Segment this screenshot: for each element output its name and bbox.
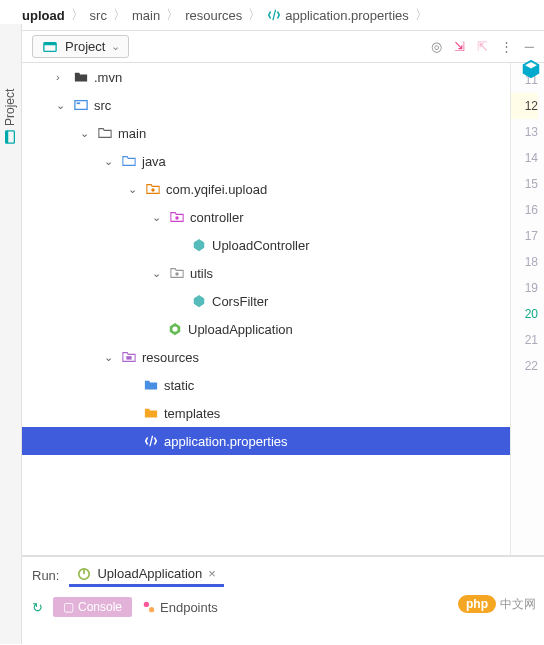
spring-boot-icon — [77, 567, 91, 581]
package-icon — [169, 266, 185, 280]
crumb-root[interactable]: upload — [22, 8, 65, 23]
collapse-icon[interactable]: ⇲ — [454, 39, 465, 54]
run-label: Run: — [32, 568, 59, 583]
resources-folder-icon — [121, 350, 137, 364]
close-icon[interactable]: × — [208, 566, 216, 581]
svg-point-7 — [175, 216, 179, 220]
project-label: Project — [65, 39, 105, 54]
chevron-right-icon: 〉 — [113, 6, 126, 24]
code-file-icon — [267, 8, 281, 22]
expand-icon[interactable]: ⇱ — [477, 39, 488, 54]
svg-point-9 — [172, 326, 177, 331]
line-number[interactable]: 17 — [511, 223, 538, 249]
tree-node-resources[interactable]: ⌄ resources — [22, 343, 510, 371]
tree-leaf-appproperties[interactable]: application.properties — [22, 427, 510, 455]
php-logo: php — [458, 595, 496, 613]
line-number[interactable]: 18 — [511, 249, 538, 275]
svg-rect-1 — [6, 131, 9, 143]
chevron-right-icon: 〉 — [71, 6, 84, 24]
class-icon — [191, 294, 207, 308]
crumb-file[interactable]: application.properties — [267, 8, 409, 23]
cn-text: 中文网 — [500, 596, 536, 613]
svg-rect-4 — [75, 101, 87, 110]
chevron-down-icon: ⌄ — [152, 267, 164, 280]
chevron-right-icon: 〉 — [415, 6, 428, 24]
chevron-down-icon: ⌄ — [56, 99, 68, 112]
chevron-down-icon: ⌄ — [104, 155, 116, 168]
project-icon — [3, 130, 17, 144]
chevron-down-icon: ⌄ — [104, 351, 116, 364]
line-number[interactable]: 15 — [511, 171, 538, 197]
endpoints-icon — [142, 600, 156, 614]
minimize-icon[interactable]: ─ — [525, 39, 534, 54]
chevron-right-icon: › — [56, 71, 68, 83]
tree-node-src[interactable]: ⌄ src — [22, 91, 510, 119]
tree-leaf-static[interactable]: static — [22, 371, 510, 399]
run-tab-app[interactable]: UploadApplication × — [69, 563, 223, 587]
target-icon[interactable]: ◎ — [431, 39, 442, 54]
line-number[interactable]: 21 — [511, 327, 538, 353]
chevron-down-icon: ⌄ — [128, 183, 140, 196]
class-icon — [191, 238, 207, 252]
package-icon — [169, 210, 185, 224]
svg-rect-10 — [126, 356, 131, 360]
spring-boot-icon — [167, 322, 183, 336]
endpoints-tab[interactable]: Endpoints — [142, 600, 218, 615]
line-number[interactable]: 19 — [511, 275, 538, 301]
line-number[interactable]: 12 — [511, 93, 538, 119]
line-number[interactable]: 13 — [511, 119, 538, 145]
line-number[interactable]: 20 — [511, 301, 538, 327]
svg-rect-5 — [77, 102, 81, 104]
more-icon[interactable]: ⋮ — [500, 39, 513, 54]
crumb-resources[interactable]: resources — [185, 8, 242, 23]
console-icon: ▢ — [63, 600, 74, 614]
svg-rect-3 — [44, 42, 56, 45]
code-file-icon — [143, 434, 159, 448]
chevron-right-icon: 〉 — [166, 6, 179, 24]
side-rail: Project — [0, 24, 22, 644]
breadcrumb[interactable]: upload 〉 src 〉 main 〉 resources 〉 applic… — [0, 0, 544, 30]
rerun-icon[interactable]: ↻ — [32, 600, 43, 615]
cube-icon[interactable] — [520, 58, 542, 80]
line-number[interactable]: 16 — [511, 197, 538, 223]
chevron-down-icon: ⌄ — [111, 40, 120, 53]
module-icon — [73, 98, 89, 112]
chevron-right-icon: 〉 — [248, 6, 261, 24]
project-toolbar: Project ⌄ ◎ ⇲ ⇱ ⋮ ─ — [22, 30, 544, 63]
chevron-down-icon: ⌄ — [152, 211, 164, 224]
svg-point-14 — [149, 607, 154, 612]
svg-point-13 — [144, 602, 149, 607]
project-tree[interactable]: › .mvn ⌄ src ⌄ main ⌄ java ⌄ com.yqifei.… — [22, 63, 510, 555]
tree-node-java[interactable]: ⌄ java — [22, 147, 510, 175]
tree-node-mvn[interactable]: › .mvn — [22, 63, 510, 91]
tree-node-controller[interactable]: ⌄ controller — [22, 203, 510, 231]
tree-leaf-corsfilter[interactable]: CorsFilter — [22, 287, 510, 315]
tree-leaf-uploadapplication[interactable]: UploadApplication — [22, 315, 510, 343]
tree-node-package[interactable]: ⌄ com.yqifei.upload — [22, 175, 510, 203]
chevron-down-icon: ⌄ — [80, 127, 92, 140]
tree-leaf-templates[interactable]: templates — [22, 399, 510, 427]
static-folder-icon — [143, 378, 159, 392]
templates-folder-icon — [143, 406, 159, 420]
crumb-src[interactable]: src — [90, 8, 107, 23]
source-folder-icon — [121, 154, 137, 168]
project-view-selector[interactable]: Project ⌄ — [32, 35, 129, 58]
watermark-badge: php 中文网 — [458, 595, 536, 613]
side-rail-project[interactable]: Project — [3, 89, 17, 144]
line-number[interactable]: 22 — [511, 353, 538, 379]
project-icon — [41, 40, 59, 54]
folder-icon — [73, 70, 89, 84]
package-icon — [145, 182, 161, 196]
editor-gutter: 11 12 13 14 15 16 17 18 19 20 21 22 — [510, 63, 544, 555]
tree-node-main[interactable]: ⌄ main — [22, 119, 510, 147]
tree-leaf-uploadcontroller[interactable]: UploadController — [22, 231, 510, 259]
svg-point-8 — [175, 272, 179, 276]
svg-point-6 — [151, 188, 155, 192]
folder-icon — [97, 126, 113, 140]
console-tab[interactable]: ▢ Console — [53, 597, 132, 617]
tree-node-utils[interactable]: ⌄ utils — [22, 259, 510, 287]
crumb-main[interactable]: main — [132, 8, 160, 23]
line-number[interactable]: 14 — [511, 145, 538, 171]
